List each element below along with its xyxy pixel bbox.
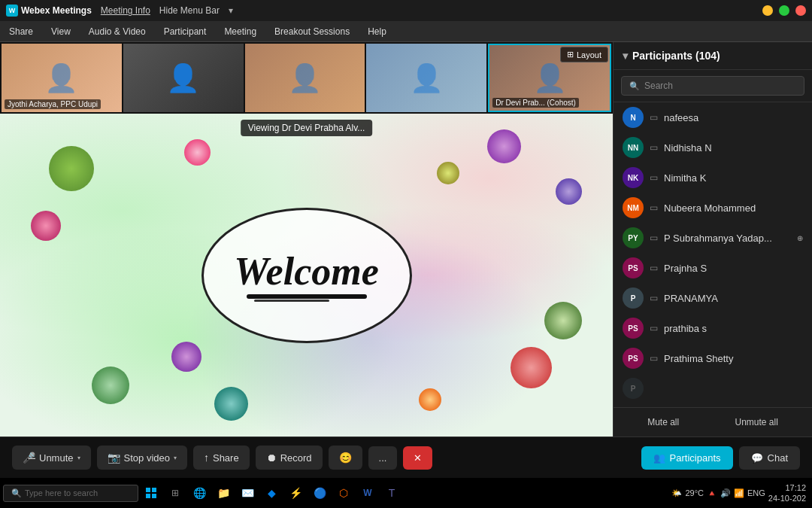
- menu-meeting[interactable]: Meeting: [221, 25, 259, 38]
- thumb-face-4: 👤: [366, 44, 486, 112]
- flower-3: [171, 342, 201, 372]
- menu-share[interactable]: Share: [6, 25, 36, 38]
- stop-video-label: Stop video: [124, 452, 170, 464]
- participant-pranamya[interactable]: P ▭ PRANAMYA: [614, 283, 812, 313]
- name-nimitha: Nimitha K: [664, 172, 803, 184]
- video-icon-pranamya: ▭: [650, 293, 658, 303]
- reactions-button[interactable]: 😊: [329, 446, 362, 470]
- menu-breakout[interactable]: Breakout Sessions: [271, 25, 353, 38]
- volume-icon: 🔊: [720, 488, 731, 498]
- more-button[interactable]: ...: [368, 446, 398, 470]
- participant-prathiba[interactable]: PS ▭ prathiba s: [614, 313, 812, 343]
- layout-icon: ⊞: [567, 50, 574, 59]
- record-label: Record: [280, 452, 312, 464]
- avatar-psubrahmanya: PY: [623, 227, 644, 248]
- chevron-icon: ▾: [229, 5, 233, 16]
- mute-all-button[interactable]: Mute all: [641, 414, 685, 430]
- task-view-icon[interactable]: ⊞: [164, 482, 186, 504]
- close-button[interactable]: [795, 5, 806, 16]
- stop-video-button[interactable]: 📷 Stop video ▾: [97, 446, 187, 470]
- succulent-2: [487, 129, 521, 163]
- menu-audio-video[interactable]: Audio & Video: [86, 25, 149, 38]
- maximize-button[interactable]: [779, 5, 789, 16]
- participant-nidhisha[interactable]: NN ▭ Nidhisha N: [614, 132, 812, 163]
- video-icon-prathiba: ▭: [650, 323, 658, 333]
- temperature-display: 29°C: [685, 488, 704, 497]
- search-icon: 🔍: [629, 81, 640, 91]
- layout-label: Layout: [577, 50, 601, 59]
- participant-psubrahmanya[interactable]: PY ▭ P Subrahmanya Yadap... ⊕: [614, 223, 812, 253]
- thumb-3[interactable]: 👤: [245, 44, 365, 112]
- title-bar: W Webex Meetings Meeting Info Hide Menu …: [0, 0, 812, 21]
- chrome-icon[interactable]: 🔵: [308, 482, 331, 504]
- app-icon-2[interactable]: ⬡: [332, 482, 355, 504]
- reactions-icon: 😊: [339, 452, 352, 464]
- participant-prajnha[interactable]: PS ▭ Prajnha S: [614, 253, 812, 283]
- unmute-all-button[interactable]: Unmute all: [729, 414, 783, 430]
- video-chevron-icon: ▾: [174, 455, 177, 461]
- video-icon-nubeera: ▭: [650, 202, 658, 213]
- thumb-face-2: 👤: [123, 44, 244, 112]
- menu-participant[interactable]: Participant: [161, 25, 210, 38]
- thumb-face-3: 👤: [245, 44, 365, 112]
- end-call-button[interactable]: ✕: [403, 446, 432, 470]
- record-button[interactable]: ⏺ Record: [256, 446, 323, 470]
- participant-nafeesa[interactable]: N ▭ nafeesa: [614, 102, 812, 132]
- app-name: Webex Meetings: [21, 5, 92, 16]
- succulent-4: [92, 367, 129, 404]
- teams-icon[interactable]: T: [380, 482, 403, 504]
- thumb-name-1: Jyothi Acharya, PPC Udupi: [5, 99, 101, 109]
- svg-rect-1: [152, 488, 156, 492]
- menu-view[interactable]: View: [48, 25, 74, 38]
- windows-start-icon[interactable]: [140, 482, 162, 504]
- main-area: 👤 Jyothi Acharya, PPC Udupi 👤 👤: [0, 42, 812, 437]
- participants-panel-icon: 👥: [653, 452, 665, 464]
- avatar-nidhisha: NN: [623, 137, 644, 158]
- avatar-prathima: PS: [623, 348, 644, 369]
- chat-panel-button[interactable]: 💬 Chat: [739, 446, 800, 470]
- cohost-badge-psubrahmanya: ⊕: [797, 234, 803, 242]
- panel-footer: Mute all Unmute all: [614, 407, 812, 437]
- avatar-prathiba: PS: [623, 318, 644, 339]
- avatar-partial: P: [623, 378, 644, 399]
- edge-icon[interactable]: 🌐: [188, 482, 211, 504]
- chat-panel-icon: 💬: [751, 452, 763, 464]
- date-display: 24-10-202: [768, 493, 806, 503]
- unmute-button[interactable]: 🎤̶ Unmute ▾: [12, 446, 91, 470]
- video-icon-psubrahmanya: ▭: [650, 233, 658, 243]
- participants-panel-label: Participants: [670, 452, 721, 464]
- word-icon[interactable]: W: [356, 482, 379, 504]
- participants-panel-button[interactable]: 👥 Participants: [641, 446, 733, 470]
- participant-prathima[interactable]: PS ▭ Prathima Shetty: [614, 343, 812, 373]
- thumb-2[interactable]: 👤: [123, 44, 244, 112]
- thumb-4[interactable]: 👤: [366, 44, 486, 112]
- flower-2: [437, 162, 459, 184]
- email-icon[interactable]: ✉️: [236, 482, 259, 504]
- welcome-oval: Welcome: [201, 208, 412, 343]
- share-icon: ↑: [204, 452, 209, 464]
- dropbox-icon[interactable]: ◆: [260, 482, 283, 504]
- files-icon[interactable]: 📁: [212, 482, 235, 504]
- search-box[interactable]: 🔍 Search: [621, 76, 804, 96]
- search-placeholder: Search: [644, 81, 673, 91]
- clock-display: 17:12 24-10-202: [768, 482, 806, 504]
- participant-nubeera[interactable]: NM ▭ Nubeera Mohammed: [614, 193, 812, 223]
- avatar-nubeera: NM: [623, 197, 644, 218]
- participant-nimitha[interactable]: NK ▭ Nimitha K: [614, 163, 812, 193]
- thumb-1[interactable]: 👤 Jyothi Acharya, PPC Udupi: [2, 44, 122, 112]
- hide-menu-bar-btn[interactable]: Hide Menu Bar: [159, 5, 220, 16]
- app-icon-1[interactable]: ⚡: [284, 482, 307, 504]
- title-bar-left: W Webex Meetings Meeting Info Hide Menu …: [6, 5, 233, 17]
- chat-panel-label: Chat: [768, 452, 788, 464]
- share-button[interactable]: ↑ Share: [193, 446, 250, 470]
- menu-help[interactable]: Help: [365, 25, 389, 38]
- panel-header: ▾ Participants (104): [614, 42, 812, 70]
- mic-icon: 🎤̶: [23, 452, 35, 464]
- webex-icon: W: [6, 5, 18, 17]
- minimize-button[interactable]: [762, 5, 773, 16]
- taskbar-search[interactable]: 🔍 Type here to search: [3, 485, 138, 502]
- avatar-prajnha: PS: [623, 257, 644, 278]
- meeting-info-link[interactable]: Meeting Info: [101, 5, 150, 16]
- layout-button[interactable]: ⊞ Layout: [560, 47, 608, 62]
- more-label: ...: [379, 452, 387, 464]
